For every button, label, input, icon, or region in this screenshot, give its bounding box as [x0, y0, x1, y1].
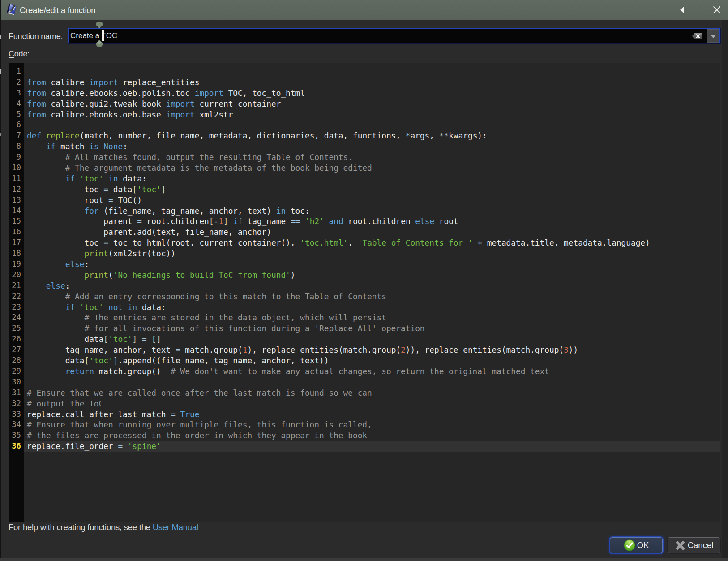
code-line[interactable]: else: — [24, 259, 720, 270]
code-line[interactable]: # All matches found, output the resultin… — [24, 152, 720, 163]
window-title: Create/edit a function — [20, 0, 95, 20]
line-number: 5 — [9, 109, 24, 120]
function-name-combobox[interactable]: Create a TOC — [68, 28, 720, 43]
titlebar: Create/edit a function — [0, 0, 728, 20]
code-line[interactable]: if 'toc' in data: — [24, 173, 720, 184]
code-line[interactable]: toc = toc_to_html(root, current_containe… — [24, 237, 720, 248]
cancel-button[interactable]: Cancel — [668, 537, 720, 553]
screen-left-edge — [0, 0, 1, 561]
line-number: 14 — [9, 206, 24, 216]
green-check-icon — [624, 539, 635, 551]
code-line[interactable]: toc = data['toc'] — [24, 184, 720, 195]
line-number: 2 — [9, 77, 24, 88]
line-number: 34 — [9, 419, 24, 430]
cancel-button-label: Cancel — [688, 540, 714, 550]
edge-mark — [0, 35, 1, 39]
code-line[interactable]: if 'toc' not in data: — [24, 302, 720, 313]
line-number: 9 — [9, 152, 24, 163]
clear-field-icon[interactable] — [691, 32, 703, 40]
line-number: 11 — [9, 173, 24, 184]
text-selection-handle-bottom[interactable] — [95, 39, 104, 47]
help-text: For help with creating functions, see th… — [9, 522, 198, 532]
line-number: 18 — [9, 248, 24, 259]
screen-bottom-edge — [0, 558, 728, 561]
code-line[interactable]: from calibre.ebooks.oeb.base import xml2… — [24, 109, 720, 120]
code-text[interactable]: from calibre import replace_entitiesfrom… — [24, 66, 720, 452]
line-number: 28 — [9, 355, 24, 366]
code-line[interactable]: # Add an entry corresponding to this mat… — [24, 291, 720, 302]
code-line[interactable]: root = TOC() — [24, 195, 720, 206]
dialog-right-margin — [722, 20, 728, 558]
code-line[interactable]: # Ensure that we are called once after t… — [24, 388, 720, 398]
line-number: 16 — [9, 227, 24, 237]
line-number: 33 — [9, 409, 24, 420]
user-manual-link[interactable]: User Manual — [153, 522, 198, 532]
combobox-dropdown-button[interactable] — [707, 29, 719, 43]
back-arrow-icon[interactable] — [680, 7, 684, 13]
line-number: 31 — [9, 388, 24, 398]
code-line[interactable]: # output the ToC — [24, 398, 720, 409]
function-name-input[interactable]: Create a TOC — [70, 29, 117, 43]
line-number: 23 — [9, 302, 24, 313]
code-label-rest: ode: — [14, 49, 30, 58]
code-line[interactable]: from calibre.ebooks.oeb.polish.toc impor… — [24, 88, 720, 99]
code-line[interactable]: data['toc'] = [] — [24, 334, 720, 345]
code-line[interactable]: # The argument metadata is the metadata … — [24, 163, 720, 173]
help-prefix: For help with creating functions, see th… — [9, 522, 153, 532]
code-line[interactable]: for (file_name, tag_name, anchor, text) … — [24, 206, 720, 216]
code-line[interactable]: from calibre.gui2.tweak_book import curr… — [24, 99, 720, 109]
line-number: 27 — [9, 345, 24, 355]
code-line[interactable]: parent = root.children[-1] if tag_name =… — [24, 216, 720, 227]
line-number: 17 — [9, 237, 24, 248]
line-number: 4 — [9, 99, 24, 109]
code-line[interactable]: # Ensure that when running over multiple… — [24, 419, 720, 430]
code-line[interactable]: print('No headings to build ToC from fou… — [24, 270, 720, 280]
code-label: Code: — [9, 49, 30, 59]
code-line[interactable]: if match is None: — [24, 141, 720, 152]
mnemonic-underline: F — [9, 32, 13, 41]
line-number: 8 — [9, 141, 24, 152]
line-number: 32 — [9, 398, 24, 409]
line-number: 7 — [9, 130, 24, 141]
edge-mark — [0, 69, 1, 74]
code-line[interactable]: from calibre import replace_entities — [24, 77, 720, 88]
code-line[interactable]: parent.add(text, file_name, anchor) — [24, 227, 720, 237]
line-number: 19 — [9, 259, 24, 270]
code-line[interactable]: print(xml2str(toc)) — [24, 248, 720, 259]
code-line[interactable]: def replace(match, number, file_name, me… — [24, 130, 720, 141]
code-line[interactable]: data['toc'].append((file_name, tag_name,… — [24, 355, 720, 366]
line-number: 22 — [9, 291, 24, 302]
line-number: 12 — [9, 184, 24, 195]
gray-cross-icon — [675, 540, 686, 551]
line-number: 10 — [9, 163, 24, 173]
line-number: 6 — [9, 120, 24, 130]
close-icon[interactable] — [712, 5, 721, 14]
line-number-gutter: 1234567891011121314151617181920212223242… — [9, 63, 24, 522]
text-selection-handle-top[interactable] — [95, 22, 104, 29]
line-number: 36 — [9, 441, 24, 452]
line-number: 1 — [9, 66, 24, 77]
mnemonic-underline: C — [9, 49, 14, 58]
code-line[interactable] — [24, 66, 720, 77]
code-line[interactable]: replace.call_after_last_match = True — [24, 409, 720, 420]
function-book-wrench-icon — [6, 4, 17, 16]
code-line[interactable]: return match.group() # We don't want to … — [24, 366, 720, 377]
code-line[interactable]: # for all invocations of this function d… — [24, 323, 720, 334]
code-line[interactable] — [24, 377, 720, 388]
ok-button-label: OK — [637, 540, 649, 550]
line-number: 35 — [9, 430, 24, 441]
line-number: 20 — [9, 270, 24, 280]
line-number: 25 — [9, 323, 24, 334]
code-editor[interactable]: 1234567891011121314151617181920212223242… — [9, 63, 720, 522]
code-line[interactable]: else: — [24, 280, 720, 291]
code-line[interactable]: # the files are processed in the order i… — [24, 430, 720, 441]
code-line[interactable]: # The entries are stored in the data obj… — [24, 312, 720, 323]
line-number: 3 — [9, 88, 24, 99]
ok-button[interactable]: OK — [610, 537, 663, 553]
code-line[interactable] — [24, 120, 720, 130]
line-number: 13 — [9, 195, 24, 206]
line-number: 21 — [9, 280, 24, 291]
code-line[interactable]: replace.file_order = 'spine' — [24, 441, 720, 452]
code-line[interactable]: tag_name, anchor, text = match.group(1),… — [24, 345, 720, 355]
function-name-label: Function name: — [9, 32, 63, 41]
